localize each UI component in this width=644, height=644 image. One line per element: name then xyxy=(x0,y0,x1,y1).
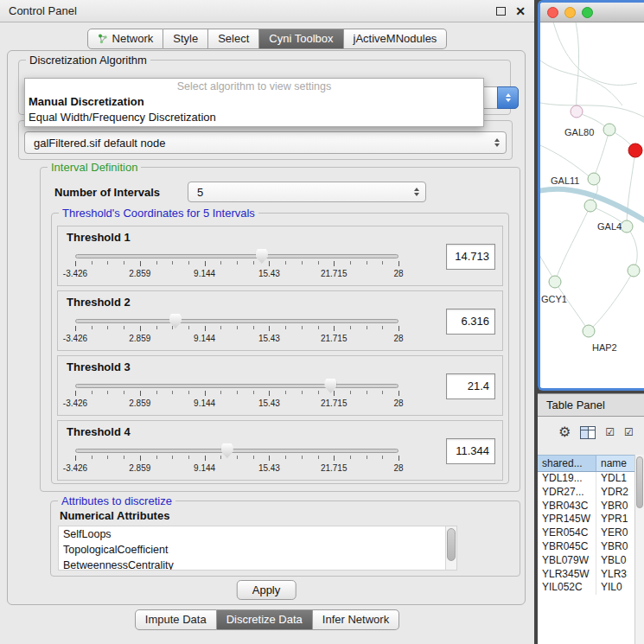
network-node-selected-red[interactable] xyxy=(628,143,642,157)
table-cell: YLR345W xyxy=(538,568,596,582)
table-row[interactable]: YDL19...YDL1 xyxy=(538,472,634,486)
bottom-tab-discretize-data[interactable]: Discretize Data xyxy=(217,609,313,630)
tab-select[interactable]: Select xyxy=(208,29,259,49)
list-item[interactable]: BetweennessCentrality xyxy=(59,558,456,571)
tab-style[interactable]: Style xyxy=(163,29,208,49)
slider-track[interactable] xyxy=(75,384,399,388)
zoom-traffic-light[interactable] xyxy=(582,7,593,18)
table-header-row: shared... name xyxy=(538,455,634,472)
combobox-arrows-pill[interactable] xyxy=(497,86,519,109)
table-data-combobox[interactable]: galFiltered.sif default node xyxy=(24,131,507,154)
threshold-slider[interactable]: -3.4262.8599.14415.4321.71528 xyxy=(75,312,399,348)
gear-icon[interactable]: ⚙ xyxy=(558,425,571,439)
tab-jactivemnodules[interactable]: jActiveMNodules xyxy=(344,29,448,49)
float-window-icon[interactable] xyxy=(496,7,506,16)
slider-ticks xyxy=(75,326,399,332)
network-canvas[interactable]: GAL80 GAL11 GAL4 GCY1 HAP2 xyxy=(540,22,644,389)
slider-track[interactable] xyxy=(75,254,399,258)
threshold-value-field[interactable]: 21.4 xyxy=(446,373,495,399)
apply-button[interactable]: Apply xyxy=(237,580,296,600)
tab-cyni-toolbox[interactable]: Cyni Toolbox xyxy=(259,29,343,49)
threshold-label: Threshold 2 xyxy=(67,296,131,309)
column-header-shared-name[interactable]: shared... xyxy=(538,456,596,471)
table-row[interactable]: YBR045CYBR0 xyxy=(538,540,634,554)
threshold-box: Threshold 1 -3.4262.8599.14415.4321.7152… xyxy=(57,226,503,286)
table-cell: YER0 xyxy=(596,526,634,540)
combobox-spinner-icon xyxy=(494,138,500,147)
table-cell: YBR0 xyxy=(596,540,634,554)
list-scrollbar-thumb[interactable] xyxy=(447,528,456,561)
close-icon[interactable]: ✕ xyxy=(515,5,526,17)
slider-ticks xyxy=(75,261,399,267)
threshold-value-field[interactable]: 6.316 xyxy=(446,309,495,335)
table-scrollbar[interactable] xyxy=(634,455,644,644)
network-node[interactable] xyxy=(584,200,596,212)
attribute-items: SelfLoopsTopologicalCoefficientBetweenne… xyxy=(59,526,456,571)
table-cell: YER054C xyxy=(538,526,596,540)
columns-icon[interactable] xyxy=(580,426,596,439)
table-cell: YDR2 xyxy=(596,486,634,500)
bottom-tab-group: Impute DataDiscretize DataInfer Network xyxy=(135,609,399,630)
threshold-box: Threshold 2 -3.4262.8599.14415.4321.7152… xyxy=(57,290,503,351)
algorithm-dropdown-popup: Select algorithm to view settings Manual… xyxy=(24,78,484,127)
table-cell: YPR145W xyxy=(538,513,596,526)
window-buttons: ✕ xyxy=(496,5,526,17)
network-node[interactable] xyxy=(621,220,633,233)
chevron-down-icon xyxy=(506,99,511,102)
network-node[interactable] xyxy=(583,325,595,337)
close-traffic-light[interactable] xyxy=(547,7,558,18)
show-columns-check-icon[interactable]: ☑ xyxy=(624,427,634,437)
network-node[interactable] xyxy=(603,124,615,136)
slider-track[interactable] xyxy=(75,449,399,453)
table-scrollbar-thumb[interactable] xyxy=(636,456,643,508)
threshold-slider[interactable]: -3.4262.8599.14415.4321.71528 xyxy=(75,442,399,478)
bottom-tab-impute-data[interactable]: Impute Data xyxy=(135,609,217,630)
minimize-traffic-light[interactable] xyxy=(564,7,576,18)
attributes-group: Attributes to discretize Numerical Attri… xyxy=(50,501,520,577)
table-row[interactable]: YBR043CYBR0 xyxy=(538,500,634,513)
slider-ticks xyxy=(75,391,399,397)
select-all-check-icon[interactable]: ☑ xyxy=(605,427,615,437)
dropdown-placeholder: Select algorithm to view settings xyxy=(25,79,483,94)
table-cell: YIL0 xyxy=(596,581,634,595)
dropdown-item-equal-width-frequency[interactable]: Equal Width/Frequency Discretization xyxy=(25,110,483,125)
table-cell: YLR3 xyxy=(596,568,634,582)
attributes-group-label: Attributes to discretize xyxy=(58,494,175,507)
table-row[interactable]: YPR145WYPR1 xyxy=(538,513,634,526)
network-node[interactable] xyxy=(571,105,583,118)
slider-axis-labels: -3.4262.8599.14415.4321.71528 xyxy=(75,334,399,344)
bottom-tab-label: Discretize Data xyxy=(226,613,303,626)
table-row[interactable]: YLR345WYLR3 xyxy=(538,568,634,582)
threshold-label: Threshold 4 xyxy=(67,425,131,438)
threshold-value-field[interactable]: 11.344 xyxy=(446,438,495,464)
table-row[interactable]: YDR27...YDR2 xyxy=(538,486,634,500)
slider-track[interactable] xyxy=(75,319,399,323)
table-row[interactable]: YER054CYER0 xyxy=(538,526,634,540)
table-panel-title: Table Panel xyxy=(546,399,605,411)
discretization-algorithm-group-label: Discretization Algorithm xyxy=(26,54,150,67)
dropdown-item-manual-discretization[interactable]: Manual Discretization xyxy=(25,94,483,110)
table-cell: YBR045C xyxy=(538,540,596,554)
threshold-value-field[interactable]: 14.713 xyxy=(446,244,495,270)
network-window-titlebar xyxy=(540,3,644,22)
network-view-window: GAL80 GAL11 GAL4 GCY1 HAP2 xyxy=(538,0,644,391)
number-of-intervals-combobox[interactable]: 5 xyxy=(188,182,426,202)
column-header-name[interactable]: name xyxy=(596,456,634,471)
threshold-slider[interactable]: -3.4262.8599.14415.4321.71528 xyxy=(75,377,399,413)
network-node[interactable] xyxy=(628,265,640,277)
bottom-tab-infer-network[interactable]: Infer Network xyxy=(313,609,399,630)
list-item[interactable]: SelfLoops xyxy=(59,526,456,542)
node-label-gal11: GAL11 xyxy=(551,175,579,186)
table-cell: YDR27... xyxy=(538,486,596,500)
table-row[interactable]: YBL079WYBL0 xyxy=(538,554,634,568)
table-row[interactable]: YIL052CYIL0 xyxy=(538,581,634,595)
node-attribute-table: shared... name YDL19...YDL1YDR27...YDR2Y… xyxy=(538,455,634,644)
list-scrollbar[interactable] xyxy=(445,526,456,570)
network-node[interactable] xyxy=(549,276,561,288)
list-item[interactable]: TopologicalCoefficient xyxy=(59,542,456,558)
tab-network[interactable]: Network xyxy=(87,29,164,49)
numerical-attributes-list[interactable]: SelfLoopsTopologicalCoefficientBetweenne… xyxy=(58,526,457,571)
network-node[interactable] xyxy=(588,173,600,185)
chevron-up-icon xyxy=(414,188,419,191)
threshold-slider[interactable]: -3.4262.8599.14415.4321.71528 xyxy=(75,247,399,284)
